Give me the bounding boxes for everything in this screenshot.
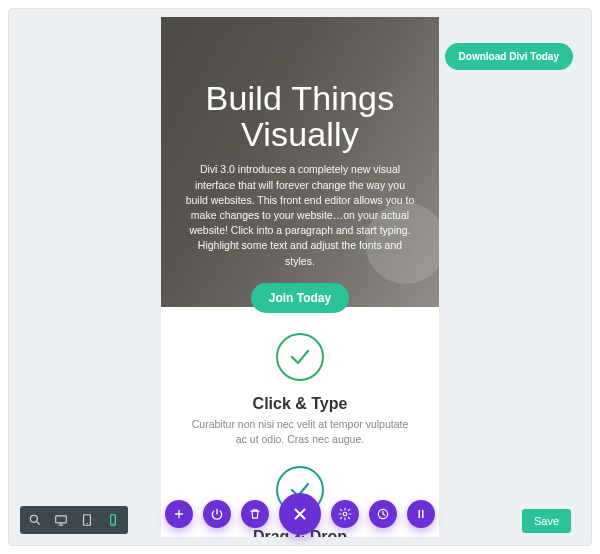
- history-button[interactable]: [369, 500, 397, 528]
- editor-frame: Download Divi Today Build Things Visuall…: [8, 8, 592, 546]
- phone-icon[interactable]: [100, 507, 126, 533]
- feature-click-type: Click & Type Curabitur non nisi nec veli…: [161, 307, 439, 446]
- save-button[interactable]: Save: [522, 509, 571, 533]
- hero-section: Build Things Visually Divi 3.0 introduce…: [161, 17, 439, 307]
- close-button[interactable]: [279, 493, 321, 535]
- trash-button[interactable]: [241, 500, 269, 528]
- download-button[interactable]: Download Divi Today: [445, 43, 573, 70]
- hero-title: Build Things Visually: [181, 81, 419, 152]
- builder-action-bar: [165, 493, 435, 535]
- desktop-icon[interactable]: [48, 507, 74, 533]
- zoom-out-icon[interactable]: [22, 507, 48, 533]
- feature-text: Curabitur non nisi nec velit at tempor v…: [183, 417, 417, 446]
- feature-title: Click & Type: [183, 395, 417, 413]
- mobile-preview: Build Things Visually Divi 3.0 introduce…: [161, 17, 439, 537]
- svg-line-1: [37, 522, 40, 525]
- tablet-icon[interactable]: [74, 507, 100, 533]
- hero-text: Divi 3.0 introduces a completely new vis…: [181, 162, 419, 269]
- add-button[interactable]: [165, 500, 193, 528]
- svg-point-13: [343, 512, 347, 516]
- viewport-toolbar: [20, 506, 128, 534]
- svg-point-0: [30, 515, 37, 522]
- check-icon: [276, 333, 324, 381]
- settings-button[interactable]: [331, 500, 359, 528]
- svg-rect-2: [56, 516, 67, 523]
- pause-button[interactable]: [407, 500, 435, 528]
- join-today-button[interactable]: Join Today: [251, 283, 349, 313]
- power-button[interactable]: [203, 500, 231, 528]
